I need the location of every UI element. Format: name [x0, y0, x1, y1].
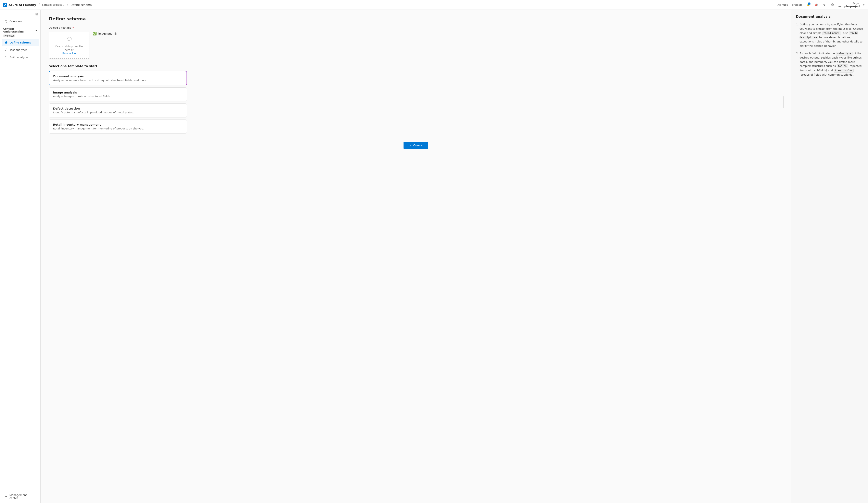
template-desc-retail-inventory: Retail inventory management for monitori…: [53, 127, 183, 130]
project-label: Project sample-project: [838, 2, 860, 8]
sidebar-item-test-analyzer[interactable]: ⬡ Test analyzer: [2, 46, 39, 53]
topbar-left: Azure AI Foundry / sample-project ⌄ / De…: [3, 3, 92, 7]
content-with-panel: Define schema Upload a test file * Drag …: [41, 10, 868, 503]
sidebar-toggle-area: ⊞: [0, 11, 40, 18]
sidebar-section-chevron[interactable]: ∧: [35, 29, 37, 32]
create-button-area: ✓ Create: [49, 142, 783, 149]
panel-item-2-text-after: (groups of fields with common subfields)…: [799, 73, 854, 76]
overview-icon: ⬡: [5, 20, 8, 23]
project-selector[interactable]: sample-project ⌄: [42, 3, 64, 6]
template-card-defect-detection[interactable]: Defect detection Identify potential defe…: [49, 103, 187, 117]
define-schema-icon: ⬟: [5, 41, 8, 44]
create-button[interactable]: ✓ Create: [404, 142, 428, 149]
notification-badge: 1: [808, 2, 810, 5]
preview-badge: PREVIEW: [3, 34, 15, 38]
sidebar-toggle-button[interactable]: ⊞: [35, 12, 38, 16]
gear-icon: ⚙️: [823, 3, 826, 6]
brand: Azure AI Foundry: [3, 3, 36, 7]
page-title: Define schema: [49, 16, 783, 21]
azure-logo-icon: [3, 3, 7, 7]
browse-file-link[interactable]: Browse file: [62, 52, 76, 55]
sidebar-item-overview-label: Overview: [10, 20, 22, 23]
account-button[interactable]: 😊: [829, 2, 836, 8]
all-hubs-link[interactable]: All hubs + projects: [778, 3, 803, 6]
page-breadcrumb: Define schema: [71, 3, 92, 7]
content-scroll: Define schema Upload a test file * Drag …: [41, 10, 791, 503]
upload-dropzone[interactable]: Drag and drop one file here or Browse fi…: [49, 32, 90, 59]
panel-item-1: Define your schema by specifying the fie…: [799, 22, 863, 48]
template-name-defect-detection: Defect detection: [53, 107, 183, 110]
sidebar-item-define-schema[interactable]: ⬟ Define schema: [2, 39, 39, 46]
panel-item-2-code-value-type: value type: [836, 52, 853, 55]
template-card-document-analysis[interactable]: Document analysis Analyze documents to e…: [49, 71, 187, 85]
megaphone-button[interactable]: 📣: [813, 2, 819, 8]
sidebar-section-content-understanding: Content Understanding ∧: [0, 25, 40, 34]
template-desc-image-analysis: Analyze images to extract structured fie…: [53, 95, 183, 98]
uploaded-filename: image.png: [99, 32, 112, 35]
sidebar-item-management-center[interactable]: ⇥ Management center: [2, 492, 39, 501]
panel-item-2-code-tables: tables: [837, 64, 848, 68]
required-indicator: *: [73, 26, 74, 29]
templates-container: Document analysis Analyze documents to e…: [49, 71, 783, 134]
topbar: Azure AI Foundry / sample-project ⌄ / De…: [0, 0, 868, 10]
sidebar-item-build-analyzer[interactable]: ⬡ Build analyzer: [2, 54, 39, 61]
panel-item-2-text-before: For each field, indicate the: [799, 52, 836, 55]
upload-cloud-icon: [65, 35, 73, 43]
create-button-label: Create: [413, 144, 422, 147]
management-center-icon: ⇥: [5, 495, 8, 498]
settings-button[interactable]: ⚙️: [821, 2, 828, 8]
file-delete-button[interactable]: 🗑: [114, 32, 117, 35]
file-check-icon: ✅: [93, 32, 97, 35]
sidebar-item-test-analyzer-label: Test analyzer: [10, 48, 27, 51]
build-analyzer-icon: ⬡: [5, 55, 8, 59]
separator-1: /: [39, 3, 40, 7]
upload-drop-text: Drag and drop one file here or Browse fi…: [52, 45, 86, 55]
panel-item-2: For each field, indicate the value type …: [799, 51, 863, 77]
sidebar-item-overview[interactable]: ⬡ Overview: [2, 18, 39, 25]
panel-item-2-code-fixed-tables: fixed tables: [834, 69, 854, 73]
topbar-right: All hubs + projects 🔔 1 📣 ⚙️ 😊 Project s…: [778, 2, 865, 8]
upload-section-label: Upload a test file *: [49, 26, 783, 29]
notification-button[interactable]: 🔔 1: [805, 2, 811, 8]
template-name-retail-inventory: Retail inventory management: [53, 123, 183, 126]
template-name-document-analysis: Document analysis: [53, 74, 183, 78]
account-icon: 😊: [831, 3, 834, 6]
panel-body: Define your schema by specifying the fie…: [796, 22, 863, 77]
template-desc-defect-detection: Identify potential defects in provided i…: [53, 111, 183, 114]
project-label-name: sample-project: [838, 5, 860, 8]
megaphone-icon: 📣: [815, 3, 818, 6]
brand-name: Azure AI Foundry: [9, 3, 36, 7]
template-card-retail-inventory[interactable]: Retail inventory management Retail inven…: [49, 120, 187, 134]
right-panel: Document analysis Define your schema by …: [791, 10, 868, 503]
template-desc-document-analysis: Analyze documents to extract text, layou…: [53, 79, 183, 82]
sidebar-section-label: Content Understanding: [3, 28, 35, 33]
create-check-icon: ✓: [409, 144, 412, 147]
panel-title: Document analysis: [796, 14, 863, 19]
sidebar: ⊞ ⬡ Overview Content Understanding ∧ PRE…: [0, 10, 41, 503]
template-card-image-analysis[interactable]: Image analysis Analyze images to extract…: [49, 88, 187, 101]
project-dropdown-chevron[interactable]: ∨: [863, 3, 865, 6]
templates-section-title: Select one template to start: [49, 64, 783, 68]
project-name: sample-project: [42, 3, 62, 6]
topbar-icons: 🔔 1 📣 ⚙️ 😊: [805, 2, 836, 8]
project-label-text: Project: [853, 2, 861, 5]
sidebar-item-define-schema-label: Define schema: [10, 41, 31, 44]
panel-item-1-text-middle: . Use: [841, 31, 849, 34]
scroll-indicator: [784, 96, 784, 108]
uploaded-file: ✅ image.png 🗑: [93, 32, 117, 35]
panel-item-1-code-field-names: field names: [822, 31, 841, 35]
sidebar-bottom: ⇥ Management center: [0, 490, 40, 501]
sidebar-item-management-center-label: Management center: [10, 493, 35, 500]
separator-2: /: [67, 3, 68, 7]
project-chevron-icon: ⌄: [63, 3, 64, 6]
upload-row: Drag and drop one file here or Browse fi…: [49, 32, 783, 59]
sidebar-item-build-analyzer-label: Build analyzer: [10, 56, 28, 59]
test-analyzer-icon: ⬡: [5, 48, 8, 52]
main-layout: ⊞ ⬡ Overview Content Understanding ∧ PRE…: [0, 10, 868, 503]
template-name-image-analysis: Image analysis: [53, 91, 183, 94]
